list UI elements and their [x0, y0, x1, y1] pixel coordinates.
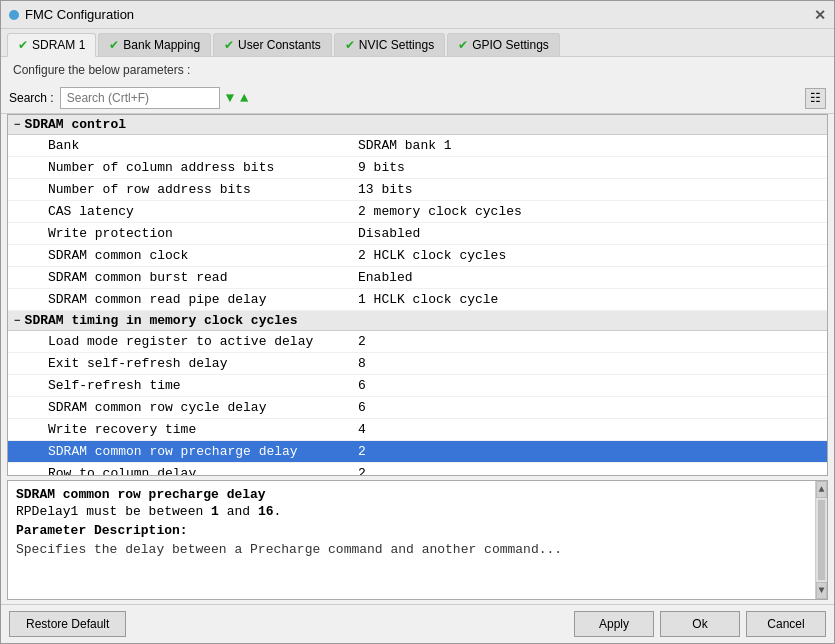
search-input[interactable] — [60, 87, 220, 109]
description-scrollbar[interactable]: ▲ ▼ — [815, 481, 827, 599]
table-row[interactable]: Bank SDRAM bank 1 — [8, 135, 827, 157]
tab-sdram1[interactable]: ✔ SDRAM 1 — [7, 33, 96, 57]
apply-button[interactable]: Apply — [574, 611, 654, 637]
param-value-burst-read: Enabled — [348, 268, 423, 287]
title-bar: FMC Configuration ✕ — [1, 1, 834, 29]
table-row[interactable]: Self-refresh time 6 — [8, 375, 827, 397]
scroll-up-arrow[interactable]: ▲ — [816, 481, 827, 498]
param-name-self-refresh-exit: Exit self-refresh delay — [8, 354, 348, 373]
search-label: Search : — [9, 91, 54, 105]
param-name-write-recovery: Write recovery time — [8, 420, 348, 439]
param-value-self-refresh-exit: 8 — [348, 354, 376, 373]
search-bar: Search : ▼ ▲ ☷ — [1, 83, 834, 114]
table-row-selected[interactable]: SDRAM common row precharge delay 2 — [8, 441, 827, 463]
desc-body: Specifies the delay between a Precharge … — [16, 542, 807, 557]
param-value-write-recovery: 4 — [348, 420, 376, 439]
tab-check-bank-mapping: ✔ — [109, 38, 119, 52]
param-name-row-bits: Number of row address bits — [8, 180, 348, 199]
desc-section-label: Parameter Description: — [16, 523, 807, 538]
title-bar-left: FMC Configuration — [9, 7, 134, 22]
close-button[interactable]: ✕ — [814, 8, 826, 22]
param-name-row-to-col: Row to column delay — [8, 464, 348, 476]
param-name-cas-latency: CAS latency — [8, 202, 348, 221]
param-value-load-mode: 2 — [348, 332, 376, 351]
fmc-configuration-window: FMC Configuration ✕ ✔ SDRAM 1 ✔ Bank Map… — [0, 0, 835, 644]
section-title-sdram-timing: SDRAM timing in memory clock cycles — [25, 313, 298, 328]
param-value-row-bits: 13 bits — [348, 180, 423, 199]
bottom-bar: Restore Default Apply Ok Cancel — [1, 604, 834, 643]
param-name-read-pipe: SDRAM common read pipe delay — [8, 290, 348, 309]
tab-label-gpio-settings: GPIO Settings — [472, 38, 549, 52]
scroll-down-arrow[interactable]: ▼ — [816, 582, 827, 599]
param-name-precharge: SDRAM common row precharge delay — [8, 442, 348, 461]
section-header-sdram-control: − SDRAM control — [8, 115, 827, 135]
tab-check-user-constants: ✔ — [224, 38, 234, 52]
param-name-write-protection: Write protection — [8, 224, 348, 243]
param-name-bank: Bank — [8, 136, 348, 155]
section-header-sdram-timing: − SDRAM timing in memory clock cycles — [8, 311, 827, 331]
table-row[interactable]: Number of row address bits 13 bits — [8, 179, 827, 201]
restore-default-button[interactable]: Restore Default — [9, 611, 126, 637]
tab-label-nvic-settings: NVIC Settings — [359, 38, 434, 52]
param-value-precharge: 2 — [348, 442, 376, 461]
table-row[interactable]: Write recovery time 4 — [8, 419, 827, 441]
param-value-row-cycle: 6 — [348, 398, 376, 417]
tabs-bar: ✔ SDRAM 1 ✔ Bank Mapping ✔ User Constant… — [1, 29, 834, 57]
tab-check-nvic-settings: ✔ — [345, 38, 355, 52]
table-row[interactable]: Load mode register to active delay 2 — [8, 331, 827, 353]
tab-gpio-settings[interactable]: ✔ GPIO Settings — [447, 33, 560, 56]
param-value-row-to-col: 2 — [348, 464, 376, 476]
ok-button[interactable]: Ok — [660, 611, 740, 637]
param-value-col-bits: 9 bits — [348, 158, 415, 177]
window-title: FMC Configuration — [25, 7, 134, 22]
param-value-cas-latency: 2 memory clock cycles — [348, 202, 532, 221]
tab-label-user-constants: User Constants — [238, 38, 321, 52]
param-name-col-bits: Number of column address bits — [8, 158, 348, 177]
search-prev-icon[interactable]: ▲ — [240, 90, 248, 106]
param-name-row-cycle: SDRAM common row cycle delay — [8, 398, 348, 417]
tab-label-bank-mapping: Bank Mapping — [123, 38, 200, 52]
table-row[interactable]: CAS latency 2 memory clock cycles — [8, 201, 827, 223]
param-value-write-protection: Disabled — [348, 224, 430, 243]
section-title-sdram-control: SDRAM control — [25, 117, 126, 132]
param-value-read-pipe: 1 HCLK clock cycle — [348, 290, 508, 309]
title-dot — [9, 10, 19, 20]
table-row[interactable]: SDRAM common read pipe delay 1 HCLK cloc… — [8, 289, 827, 311]
table-row[interactable]: SDRAM common clock 2 HCLK clock cycles — [8, 245, 827, 267]
collapse-sdram-timing-icon[interactable]: − — [14, 315, 21, 327]
param-value-bank: SDRAM bank 1 — [348, 136, 462, 155]
table-row[interactable]: Write protection Disabled — [8, 223, 827, 245]
tab-label-sdram1: SDRAM 1 — [32, 38, 85, 52]
tab-check-gpio-settings: ✔ — [458, 38, 468, 52]
params-panel[interactable]: − SDRAM control Bank SDRAM bank 1 Number… — [7, 114, 828, 476]
param-value-common-clock: 2 HCLK clock cycles — [348, 246, 516, 265]
desc-subtitle: RPDelay1 must be between 1 and 16. — [16, 504, 807, 519]
description-panel: SDRAM common row precharge delay RPDelay… — [7, 480, 828, 600]
param-name-burst-read: SDRAM common burst read — [8, 268, 348, 287]
scroll-thumb[interactable] — [818, 500, 825, 580]
cancel-button[interactable]: Cancel — [746, 611, 826, 637]
main-content: − SDRAM control Bank SDRAM bank 1 Number… — [1, 114, 834, 480]
search-next-icon[interactable]: ▼ — [226, 90, 234, 106]
collapse-sdram-control-icon[interactable]: − — [14, 119, 21, 131]
param-name-common-clock: SDRAM common clock — [8, 246, 348, 265]
tab-check-sdram1: ✔ — [18, 38, 28, 52]
table-row[interactable]: SDRAM common burst read Enabled — [8, 267, 827, 289]
param-name-self-refresh-time: Self-refresh time — [8, 376, 348, 395]
table-row[interactable]: Row to column delay 2 — [8, 463, 827, 476]
tab-nvic-settings[interactable]: ✔ NVIC Settings — [334, 33, 445, 56]
subtitle-text: Configure the below parameters : — [1, 57, 834, 83]
grid-view-icon[interactable]: ☷ — [805, 88, 826, 109]
desc-title: SDRAM common row precharge delay — [16, 487, 807, 502]
table-row[interactable]: SDRAM common row cycle delay 6 — [8, 397, 827, 419]
param-name-load-mode: Load mode register to active delay — [8, 332, 348, 351]
description-content: SDRAM common row precharge delay RPDelay… — [8, 481, 815, 599]
tab-user-constants[interactable]: ✔ User Constants — [213, 33, 332, 56]
table-row[interactable]: Number of column address bits 9 bits — [8, 157, 827, 179]
tab-bank-mapping[interactable]: ✔ Bank Mapping — [98, 33, 211, 56]
param-value-self-refresh-time: 6 — [348, 376, 376, 395]
table-row[interactable]: Exit self-refresh delay 8 — [8, 353, 827, 375]
